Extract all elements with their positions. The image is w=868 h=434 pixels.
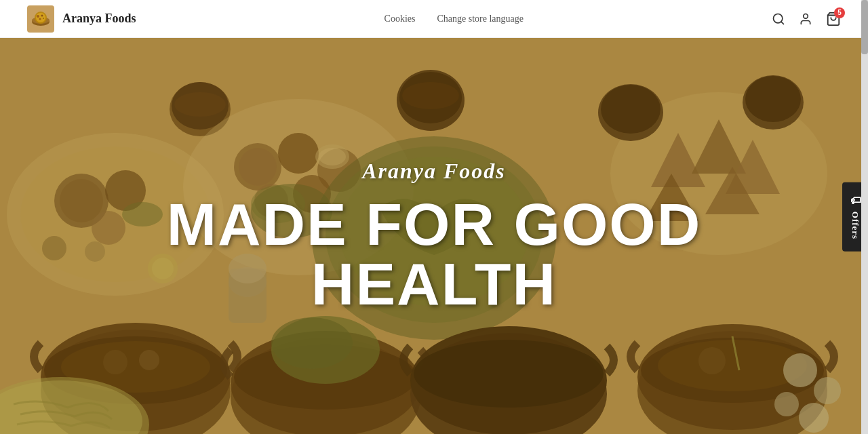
scrollbar-thumb[interactable]	[861, 0, 868, 54]
hero-content: Aranya Foods MADE FOR GOOD HEALTH	[0, 38, 868, 434]
hero-title: MADE FOR GOOD HEALTH	[167, 195, 702, 314]
svg-point-11	[804, 14, 808, 18]
brand-section: Aranya Foods	[27, 5, 136, 33]
header-icons: 5	[772, 12, 841, 26]
scrollbar[interactable]	[861, 0, 868, 434]
account-icon	[799, 12, 812, 26]
search-icon	[772, 12, 785, 26]
brand-logo[interactable]	[27, 5, 54, 33]
main-nav: Cookies Change store language	[384, 14, 524, 24]
hero-section: Aranya Foods MADE FOR GOOD HEALTH	[0, 38, 868, 434]
hero-title-line1: MADE FOR GOOD	[167, 191, 702, 258]
nav-cookies[interactable]: Cookies	[384, 14, 416, 24]
search-button[interactable]	[772, 12, 785, 26]
svg-point-8	[43, 18, 44, 19]
cart-badge: 5	[834, 7, 845, 18]
svg-point-5	[37, 15, 39, 18]
svg-point-4	[36, 13, 45, 22]
account-button[interactable]	[799, 12, 812, 26]
hero-subtitle: Aranya Foods	[362, 159, 506, 184]
brand-name-text: Aranya Foods	[62, 12, 136, 26]
offers-label: Offers	[850, 212, 861, 239]
hero-title-line2: HEALTH	[311, 250, 557, 317]
offers-icon: 🏷	[849, 195, 861, 206]
svg-line-10	[781, 21, 784, 24]
nav-change-language[interactable]: Change store language	[437, 14, 524, 24]
header: Aranya Foods Cookies Change store langua…	[0, 0, 868, 38]
svg-point-6	[41, 14, 43, 16]
cart-button[interactable]: 5	[826, 12, 841, 26]
svg-point-7	[39, 18, 41, 20]
